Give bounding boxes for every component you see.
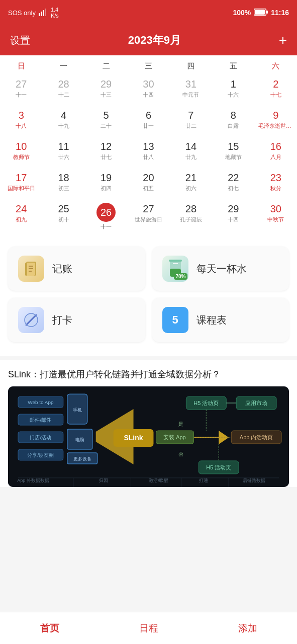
weekday-headers: 日 一 二 三 四 五 六 [0, 55, 297, 75]
calendar-day[interactable]: 8白露 [212, 106, 254, 137]
calendar-day[interactable]: 6廿一 [127, 106, 169, 137]
day-number: 3 [19, 109, 24, 121]
lunar-label: 中秋节 [267, 216, 284, 223]
calendar-day[interactable]: 29十四 [212, 200, 254, 234]
calendar-day[interactable]: 2十七 [255, 75, 297, 106]
day-number: 11 [58, 140, 69, 152]
calendar-day[interactable]: 19初四 [85, 169, 127, 200]
day-number: 25 [58, 203, 69, 215]
lunar-label: 十四 [143, 91, 154, 99]
calendar-day[interactable]: 5二十 [85, 106, 127, 137]
status-bar: SOS only 1.4 K/s 100% 11:16 [0, 0, 297, 25]
day-number: 28 [185, 203, 196, 215]
day-number: 20 [143, 172, 154, 184]
lunar-label: 十四 [228, 216, 239, 223]
schedule-widget[interactable]: 5 课程表 [152, 298, 289, 342]
day-number: 31 [185, 78, 196, 90]
weekday-thu: 四 [170, 59, 212, 73]
lunar-label: 白露 [228, 122, 239, 130]
lunar-label: 廿七 [101, 153, 112, 161]
lunar-label: 十一 [101, 223, 112, 230]
calendar-day[interactable]: 3十八 [0, 106, 42, 137]
svg-text:电脑: 电脑 [75, 437, 84, 442]
lunar-label: 十二 [58, 91, 69, 99]
calendar-day[interactable]: 26十一 [85, 200, 127, 234]
lunar-label: 初五 [143, 185, 154, 192]
svg-rect-2 [43, 10, 44, 16]
calendar-day[interactable]: 29十三 [85, 75, 127, 106]
lunar-label: 毛泽东逝世纪念 [258, 122, 293, 130]
weekday-sun: 日 [0, 59, 42, 73]
svg-text:Web to App: Web to App [28, 399, 54, 405]
calendar-day[interactable]: 17国际和平日 [0, 169, 42, 200]
lunar-label: 十八 [16, 122, 27, 130]
svg-text:后链路数据: 后链路数据 [243, 478, 265, 483]
day-number: 27 [143, 203, 154, 215]
widgets-row-1: 记账 70% 每天一杯水 [8, 247, 289, 291]
weekday-tue: 二 [85, 59, 127, 73]
ledger-icon [18, 256, 44, 282]
checkin-widget[interactable]: 打卡 [8, 298, 145, 342]
ledger-widget[interactable]: 记账 [8, 247, 145, 291]
calendar-day[interactable]: 7廿二 [170, 106, 212, 137]
add-button[interactable]: + [279, 33, 287, 47]
calendar-day[interactable]: 25初十 [42, 200, 84, 234]
checkin-label: 打卡 [52, 313, 72, 327]
day-number: 24 [16, 203, 27, 215]
day-number: 29 [228, 203, 239, 215]
calendar-day[interactable]: 23秋分 [255, 169, 297, 200]
day-number: 8 [231, 109, 236, 121]
calendar-day[interactable]: 13廿八 [127, 137, 169, 169]
lunar-label: 秋分 [270, 185, 281, 192]
svg-text:H5 活动页: H5 活动页 [206, 464, 231, 470]
svg-rect-6 [266, 11, 268, 14]
calendar-day[interactable]: 1十六 [212, 75, 254, 106]
calendar-day[interactable]: 27世界旅游日 [127, 200, 169, 234]
calendar-day[interactable]: 30中秋节 [255, 200, 297, 234]
status-right: 100% 11:16 [233, 9, 289, 17]
calendar-day[interactable]: 16八月 [255, 137, 297, 169]
lunar-label: 廿六 [58, 153, 69, 161]
settings-button[interactable]: 设置 [10, 34, 30, 47]
calendar-day[interactable]: 12廿七 [85, 137, 127, 169]
water-icon: 70% [162, 256, 188, 282]
calendar-day[interactable]: 24初九 [0, 200, 42, 234]
nav-home[interactable]: 首页 [0, 612, 99, 644]
month-title: 2023年9月 [128, 33, 181, 48]
svg-rect-15 [169, 260, 182, 262]
calendar-day[interactable]: 22初七 [212, 169, 254, 200]
lunar-label: 初九 [16, 216, 27, 223]
day-number: 12 [101, 140, 112, 152]
widgets-row-2: 打卡 5 课程表 [8, 298, 289, 342]
lunar-label: 十六 [228, 91, 239, 99]
calendar-day[interactable]: 21初六 [170, 169, 212, 200]
water-label: 每天一杯水 [196, 262, 247, 276]
nav-schedule[interactable]: 日程 [99, 612, 198, 644]
calendar-day[interactable]: 30十四 [127, 75, 169, 106]
calendar-day[interactable]: 10教师节 [0, 137, 42, 169]
day-number: 6 [146, 109, 151, 121]
calendar-day[interactable]: 28十二 [42, 75, 84, 106]
calendar-day[interactable]: 31中元节 [170, 75, 212, 106]
svg-text:门店/活动: 门店/活动 [30, 435, 51, 440]
svg-text:更多设备: 更多设备 [73, 456, 91, 461]
water-widget[interactable]: 70% 每天一杯水 [152, 247, 289, 291]
lunar-label: 十九 [58, 122, 69, 130]
calendar-day[interactable]: 14廿九 [170, 137, 212, 169]
calendar-day[interactable]: 9毛泽东逝世纪念 [255, 106, 297, 137]
lunar-label: 地藏节 [225, 153, 242, 161]
calendar-day[interactable]: 27十一 [0, 75, 42, 106]
ad-section: SLink：打造最优用户转化链路并打通全域数据分析？ Web to App 邮件… [0, 360, 297, 487]
app-header: 设置 2023年9月 + [0, 25, 297, 55]
weekday-mon: 一 [42, 59, 84, 73]
nav-add[interactable]: 添加 [198, 612, 297, 644]
lunar-label: 廿八 [143, 153, 154, 161]
calendar-day[interactable]: 28孔子诞辰 [170, 200, 212, 234]
calendar-day[interactable]: 11廿六 [42, 137, 84, 169]
calendar-day[interactable]: 20初五 [127, 169, 169, 200]
svg-rect-5 [255, 10, 265, 15]
calendar-day[interactable]: 15地藏节 [212, 137, 254, 169]
calendar-day[interactable]: 4十九 [42, 106, 84, 137]
day-number: 30 [143, 78, 154, 90]
calendar-day[interactable]: 18初三 [42, 169, 84, 200]
